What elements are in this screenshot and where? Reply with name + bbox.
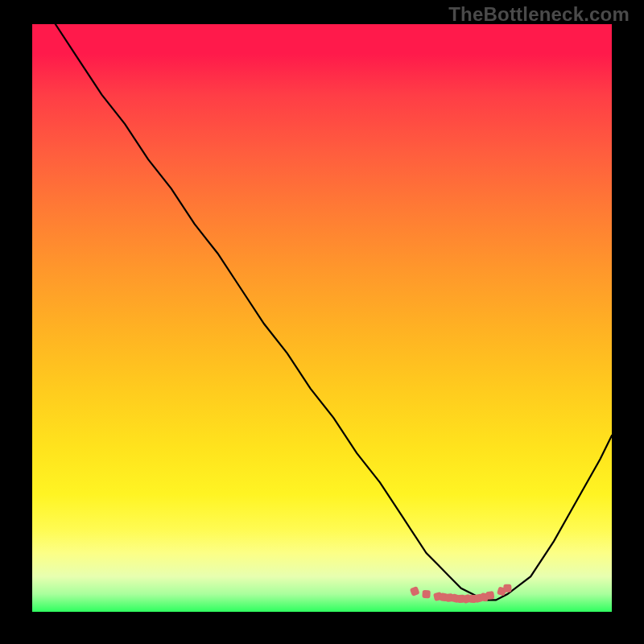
marker-point bbox=[503, 584, 511, 592]
marker-point bbox=[485, 591, 494, 600]
curve-layer bbox=[32, 24, 612, 612]
plot-area bbox=[32, 24, 612, 612]
marker-point bbox=[410, 586, 420, 597]
bottleneck-curve bbox=[56, 24, 612, 600]
watermark-text: TheBottleneck.com bbox=[448, 3, 630, 26]
chart-frame: TheBottleneck.com bbox=[0, 0, 644, 644]
marker-point bbox=[422, 590, 431, 599]
